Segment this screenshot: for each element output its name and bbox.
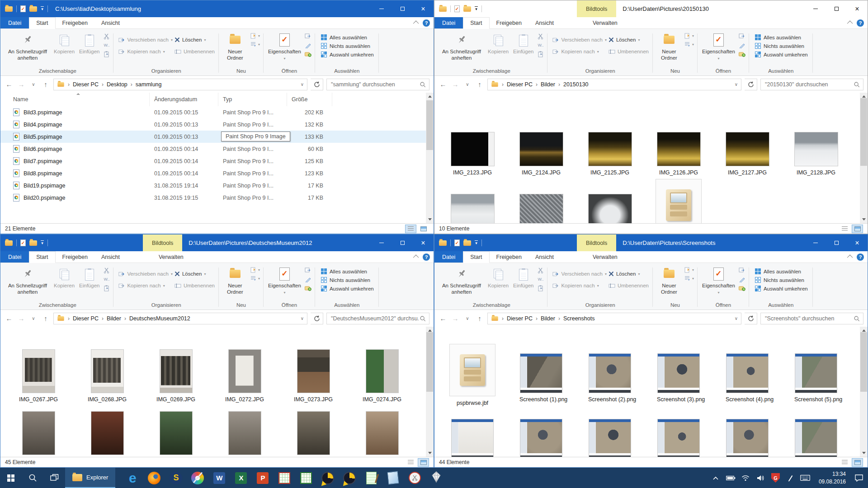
invert-selection-button[interactable]: Auswahl umkehren	[321, 286, 374, 291]
table-row[interactable]: Bild3.pspimage01.09.2015 00:15Paint Shop…	[0, 106, 426, 118]
task-view-button[interactable]	[43, 468, 65, 488]
thumbnails-view-button[interactable]	[418, 458, 429, 467]
history-icon[interactable]	[305, 285, 311, 291]
tab-start[interactable]: Start	[29, 251, 55, 263]
search-input[interactable]	[764, 81, 854, 88]
details-view-button[interactable]	[839, 458, 850, 467]
breadcrumb-item[interactable]: Bilder	[541, 315, 555, 322]
back-button[interactable]: ←	[5, 80, 14, 88]
scroll-down-icon[interactable]	[426, 449, 434, 457]
forward-button[interactable]: →	[451, 80, 460, 88]
file-item[interactable]	[348, 410, 416, 455]
file-item[interactable]: IMG_0274.JPG	[348, 348, 416, 403]
file-item[interactable]: Screenshot (4).png	[713, 348, 782, 403]
pin-to-quickaccess-button[interactable]: An Schnellzugriff anheften	[4, 265, 52, 297]
tab-verwalten[interactable]: Verwalten	[586, 251, 624, 263]
table-row[interactable]: Bild19.pspimage31.08.2015 19:14Paint Sho…	[0, 179, 426, 192]
cut-icon[interactable]	[103, 33, 110, 39]
details-view-button[interactable]	[405, 225, 416, 233]
back-button[interactable]: ←	[439, 314, 448, 322]
new-folder-button[interactable]: Neuer Ordner	[655, 265, 683, 297]
properties-quick-icon[interactable]: ✓	[454, 5, 460, 12]
table-row[interactable]: Bild4.pspimage01.09.2015 00:13Paint Shop…	[0, 118, 426, 131]
new-item-button[interactable]: ▾	[250, 33, 260, 39]
new-item-button[interactable]: ▾	[684, 33, 694, 39]
rename-button[interactable]: Umbenennen	[609, 49, 649, 54]
select-none-button[interactable]: Nichts auswählen	[755, 277, 808, 283]
taskbar-app-notes-green[interactable]	[360, 468, 382, 488]
close-button[interactable]: ×	[413, 0, 434, 17]
history-icon[interactable]	[305, 51, 311, 57]
new-item-button[interactable]: ▾	[684, 267, 694, 273]
taskbar-app-sheet-red[interactable]	[274, 468, 295, 488]
tab-verwalten[interactable]: Verwalten	[152, 251, 190, 263]
tray-pen-button[interactable]	[783, 474, 798, 482]
close-button[interactable]: ×	[847, 235, 868, 251]
taskbar-app-notes-blue[interactable]	[382, 468, 404, 488]
new-folder-button[interactable]: Neuer Ordner	[221, 265, 249, 297]
breadcrumb[interactable]: › Dieser PC›Bilder›20150130 ∨	[487, 79, 741, 90]
back-button[interactable]: ←	[439, 80, 448, 88]
paste-button[interactable]: Einfügen	[511, 265, 536, 291]
search-input[interactable]	[764, 315, 854, 322]
file-item[interactable]	[576, 183, 644, 223]
new-folder-button[interactable]: Neuer Ordner	[221, 31, 249, 63]
tab-freigeben[interactable]: Freigeben	[490, 17, 528, 28]
file-item[interactable]	[576, 414, 644, 457]
copy-path-icon[interactable]: W..	[103, 276, 110, 282]
up-button[interactable]: ↑	[41, 314, 50, 322]
file-item[interactable]: IMG_0267.JPG	[4, 348, 73, 403]
invert-selection-button[interactable]: Auswahl umkehren	[321, 52, 374, 57]
breadcrumb-item[interactable]: Dieser PC	[73, 81, 99, 88]
taskbar-explorer-button[interactable]: Explorer	[65, 468, 115, 488]
file-item[interactable]	[713, 414, 782, 457]
maximize-button[interactable]	[826, 0, 847, 17]
history-icon[interactable]	[739, 285, 745, 291]
copy-path-icon[interactable]: W..	[537, 276, 544, 282]
select-all-button[interactable]: Alles auswählen	[321, 34, 374, 40]
tab-datei[interactable]: Datei	[434, 17, 463, 28]
customize-toolbar-icon[interactable]: ▾	[41, 240, 44, 245]
file-item[interactable]: IMG_2127.JPG	[713, 122, 782, 176]
breadcrumb-item[interactable]: Bilder	[107, 315, 121, 322]
tab-freigeben[interactable]: Freigeben	[56, 251, 94, 263]
file-item[interactable]: Screenshot (3).png	[644, 348, 713, 403]
help-icon[interactable]: ?	[857, 19, 864, 27]
file-item[interactable]: IMG_0272.JPG	[210, 348, 279, 403]
table-row[interactable]: Bild5.pspimage01.09.2015 00:13Paint Shop…	[0, 131, 426, 143]
collapse-ribbon-icon[interactable]	[847, 255, 853, 261]
maximize-button[interactable]	[392, 0, 413, 17]
recent-locations-icon[interactable]: ∨	[463, 82, 472, 87]
tray-touch-keyboard-button[interactable]	[798, 475, 813, 481]
file-item[interactable]: Screenshot (2).png	[576, 348, 644, 403]
details-view-button[interactable]	[405, 458, 416, 467]
search-input[interactable]	[330, 315, 420, 322]
recent-locations-icon[interactable]: ∨	[29, 316, 38, 321]
taskbar-app-paintshop[interactable]	[187, 468, 208, 488]
scrollbar-thumb[interactable]	[426, 100, 433, 150]
delete-button[interactable]: Löschen▾	[175, 271, 215, 277]
folder-icon[interactable]	[5, 240, 13, 246]
title-bar[interactable]: ✓ ▾ Bildtools C:\Users\tiad\Desktop\samm…	[0, 0, 434, 17]
copy-path-icon[interactable]: W..	[103, 42, 110, 48]
file-item[interactable]: IMG_2125.JPG	[576, 122, 644, 176]
up-button[interactable]: ↑	[475, 314, 484, 322]
file-item[interactable]	[4, 410, 73, 455]
select-all-button[interactable]: Alles auswählen	[321, 268, 374, 274]
taskbar-app-powerpoint[interactable]: P	[252, 468, 274, 488]
cut-icon[interactable]	[537, 33, 544, 39]
breadcrumb[interactable]: › Dieser PC›Bilder›Screenshots ∨	[487, 313, 741, 324]
file-item[interactable]	[438, 183, 507, 223]
delete-button[interactable]: Löschen▾	[609, 271, 649, 277]
file-item[interactable]	[438, 414, 507, 457]
file-item[interactable]: IMG_2128.JPG	[782, 122, 850, 176]
copy-to-button[interactable]: Kopieren nach▾	[118, 283, 172, 288]
rename-button[interactable]: Umbenennen	[175, 49, 215, 54]
up-button[interactable]: ↑	[41, 80, 50, 88]
thumbnails-view-button[interactable]	[852, 458, 863, 467]
paste-button[interactable]: Einfügen	[511, 31, 536, 56]
move-to-button[interactable]: Verschieben nach▾	[552, 271, 606, 277]
thumbnails-view-button[interactable]	[418, 225, 429, 233]
close-button[interactable]: ×	[413, 235, 434, 251]
file-item[interactable]: IMG_0273.JPG	[279, 348, 348, 403]
